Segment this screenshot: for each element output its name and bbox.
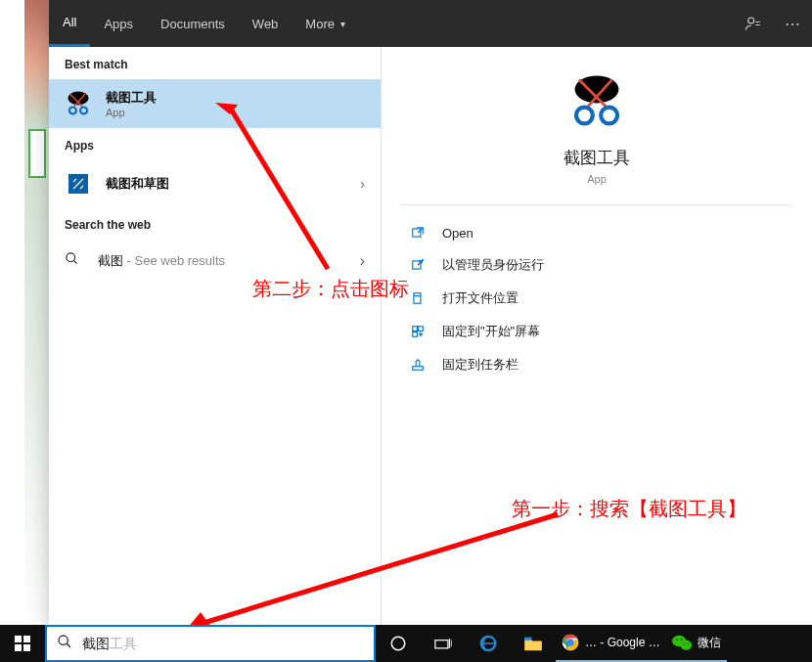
start-button[interactable]	[0, 625, 45, 662]
tab-web[interactable]: Web	[239, 0, 293, 47]
web-search-term: 截图	[98, 253, 123, 268]
action-label: 以管理员身份运行	[442, 256, 544, 274]
more-options-icon[interactable]: ⋯	[773, 0, 812, 47]
chevron-right-icon: ›	[360, 176, 365, 192]
taskbar-edge[interactable]	[466, 625, 511, 662]
svg-line-31	[67, 643, 70, 647]
svg-rect-13	[413, 229, 421, 237]
task-view-button[interactable]	[421, 625, 466, 662]
action-open-location[interactable]: 打开文件位置	[401, 282, 792, 315]
action-pin-taskbar[interactable]: 固定到任务栏	[401, 348, 792, 381]
snipping-tool-icon	[569, 74, 624, 129]
taskbar-chrome[interactable]: … - Google …	[556, 625, 666, 662]
result-web-search[interactable]: 截图 - See web results ›	[49, 240, 381, 282]
action-open[interactable]: Open	[401, 217, 792, 248]
chevron-down-icon: ▾	[340, 19, 345, 29]
svg-point-6	[67, 253, 75, 262]
taskbar-chrome-title: … - Google …	[585, 636, 660, 649]
svg-point-30	[59, 636, 68, 644]
section-apps: Apps	[49, 128, 381, 160]
svg-point-45	[687, 643, 689, 645]
svg-point-41	[680, 640, 691, 650]
svg-rect-29	[23, 644, 30, 651]
action-label: 固定到任务栏	[442, 356, 519, 374]
search-panel: All Apps Documents Web More ▾ ⋯ Best mat…	[49, 0, 812, 626]
search-icon	[65, 251, 84, 270]
action-label: 打开文件位置	[442, 289, 519, 307]
preview-actions: Open 以管理员身份运行 打开文件位置	[382, 205, 812, 393]
chevron-right-icon: ›	[360, 252, 365, 270]
result-app-snip-sketch[interactable]: 截图和草图 ›	[49, 160, 381, 207]
action-label: 固定到"开始"屏幕	[442, 323, 540, 340]
open-icon	[407, 225, 429, 241]
folder-icon	[407, 290, 429, 306]
desktop-background-sliver	[24, 0, 49, 626]
svg-rect-17	[413, 327, 418, 331]
tab-documents[interactable]: Documents	[147, 0, 239, 47]
action-pin-start[interactable]: 固定到"开始"屏幕	[401, 315, 792, 348]
svg-rect-18	[419, 327, 424, 331]
svg-rect-27	[23, 636, 30, 642]
result-best-match[interactable]: 截图工具 App	[49, 79, 381, 128]
search-suggestion-tail: 工具	[110, 636, 137, 651]
snipping-tool-icon	[65, 90, 92, 117]
pin-start-icon	[407, 324, 429, 339]
feedback-icon[interactable]	[734, 0, 773, 47]
search-icon	[47, 634, 82, 653]
svg-point-42	[676, 639, 678, 640]
preview-pane: 截图工具 App Open 以管理员身份运行	[382, 47, 812, 626]
snip-sketch-icon	[65, 170, 92, 198]
svg-rect-36	[524, 638, 531, 640]
svg-point-12	[601, 108, 617, 124]
svg-point-32	[391, 637, 405, 650]
pin-taskbar-icon	[407, 357, 429, 373]
svg-rect-15	[414, 293, 421, 304]
taskbar-wechat[interactable]: 微信	[666, 625, 727, 662]
svg-point-0	[748, 18, 754, 23]
svg-point-43	[680, 639, 682, 640]
tab-all[interactable]: All	[49, 0, 90, 47]
svg-point-5	[80, 108, 87, 114]
search-tabs: All Apps Documents Web More ▾ ⋯	[49, 0, 812, 47]
result-kind: App	[106, 107, 365, 118]
tab-more[interactable]: More ▾	[292, 0, 359, 47]
svg-rect-14	[413, 261, 421, 269]
cortana-button[interactable]	[376, 625, 421, 662]
taskbar: 截图工具 … - Google … 微信	[0, 625, 812, 662]
svg-rect-28	[15, 644, 22, 651]
taskbar-wechat-title: 微信	[698, 635, 721, 651]
web-search-suffix: - See web results	[123, 253, 225, 268]
svg-point-4	[69, 108, 76, 114]
svg-rect-19	[413, 332, 418, 337]
shield-icon	[407, 257, 429, 273]
preview-app-name: 截图工具	[564, 147, 630, 169]
svg-line-7	[73, 260, 76, 263]
result-title: 截图工具	[106, 89, 365, 107]
tab-apps[interactable]: Apps	[90, 0, 147, 47]
svg-rect-26	[15, 636, 22, 642]
search-typed-text: 截图	[82, 636, 110, 651]
taskbar-search-box[interactable]: 截图工具	[45, 625, 376, 662]
action-run-admin[interactable]: 以管理员身份运行	[401, 248, 792, 282]
preview-app-kind: App	[587, 173, 607, 185]
desktop-window-thumbnail	[28, 129, 46, 178]
action-label: Open	[442, 226, 474, 241]
tab-more-label: More	[305, 17, 335, 31]
result-title: 截图和草图	[106, 175, 360, 193]
svg-rect-20	[413, 367, 424, 371]
svg-point-44	[683, 643, 685, 645]
taskbar-file-explorer[interactable]	[511, 625, 556, 662]
results-list: Best match 截图工具 App Apps	[49, 47, 382, 626]
svg-rect-33	[435, 640, 448, 648]
section-best-match: Best match	[49, 47, 381, 79]
svg-point-11	[576, 108, 593, 124]
section-search-web: Search the web	[49, 207, 381, 240]
